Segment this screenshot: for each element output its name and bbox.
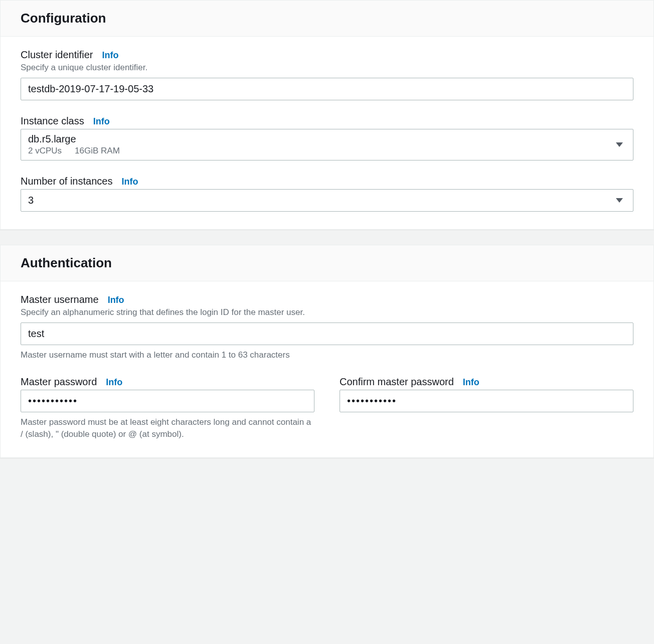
instance-class-select-content: db.r5.large 2 vCPUs 16GiB RAM: [28, 133, 120, 156]
confirm-master-password-group: Confirm master password Info: [340, 376, 633, 440]
instance-class-vcpus: 2 vCPUs: [28, 146, 62, 156]
master-username-description: Specify an alphanumeric string that defi…: [21, 307, 633, 317]
number-of-instances-selected: 3: [28, 195, 34, 206]
authentication-header: Authentication: [1, 245, 653, 281]
instance-class-selected: db.r5.large: [28, 133, 120, 145]
cluster-identifier-label: Cluster identifier: [21, 49, 93, 61]
cluster-identifier-info-link[interactable]: Info: [102, 50, 119, 61]
instance-class-select[interactable]: db.r5.large 2 vCPUs 16GiB RAM: [21, 129, 633, 160]
number-of-instances-label: Number of instances: [21, 176, 112, 187]
number-of-instances-select[interactable]: 3: [21, 189, 633, 212]
master-password-label: Master password: [21, 376, 97, 388]
configuration-header: Configuration: [1, 1, 653, 37]
master-username-group: Master username Info Specify an alphanum…: [21, 294, 633, 361]
number-of-instances-label-row: Number of instances Info: [21, 176, 633, 187]
authentication-title: Authentication: [21, 255, 633, 271]
number-of-instances-group: Number of instances Info 3: [21, 176, 633, 212]
master-username-info-link[interactable]: Info: [108, 295, 124, 305]
master-password-label-row: Master password Info: [21, 376, 314, 388]
password-row: Master password Info Master password mus…: [21, 376, 633, 440]
master-password-hint: Master password must be at least eight c…: [21, 416, 314, 440]
authentication-panel: Authentication Master username Info Spec…: [0, 245, 654, 458]
instance-class-subinfo: 2 vCPUs 16GiB RAM: [28, 146, 120, 156]
cluster-identifier-input[interactable]: [21, 78, 633, 100]
master-username-hint: Master username must start with a letter…: [21, 349, 633, 361]
instance-class-ram: 16GiB RAM: [75, 146, 120, 156]
master-password-group: Master password Info Master password mus…: [21, 376, 314, 440]
authentication-body: Master username Info Specify an alphanum…: [1, 281, 653, 457]
instance-class-label-row: Instance class Info: [21, 115, 633, 127]
cluster-identifier-group: Cluster identifier Info Specify a unique…: [21, 49, 633, 100]
configuration-title: Configuration: [21, 11, 633, 26]
master-password-info-link[interactable]: Info: [106, 377, 122, 388]
confirm-master-password-input[interactable]: [340, 390, 633, 412]
instance-class-group: Instance class Info db.r5.large 2 vCPUs …: [21, 115, 633, 160]
confirm-master-password-info-link[interactable]: Info: [463, 377, 479, 388]
instance-class-info-link[interactable]: Info: [93, 116, 110, 127]
instance-class-label: Instance class: [21, 115, 84, 127]
master-username-label: Master username: [21, 294, 99, 305]
cluster-identifier-description: Specify a unique cluster identifier.: [21, 63, 633, 73]
configuration-body: Cluster identifier Info Specify a unique…: [1, 37, 653, 229]
chevron-down-icon: [616, 142, 623, 147]
master-username-input[interactable]: [21, 323, 633, 345]
master-password-input[interactable]: [21, 390, 314, 412]
configuration-panel: Configuration Cluster identifier Info Sp…: [0, 0, 654, 230]
confirm-master-password-label-row: Confirm master password Info: [340, 376, 633, 388]
master-username-label-row: Master username Info: [21, 294, 633, 305]
confirm-master-password-label: Confirm master password: [340, 376, 454, 388]
cluster-identifier-label-row: Cluster identifier Info: [21, 49, 633, 61]
number-of-instances-info-link[interactable]: Info: [121, 177, 138, 187]
chevron-down-icon: [616, 198, 623, 203]
